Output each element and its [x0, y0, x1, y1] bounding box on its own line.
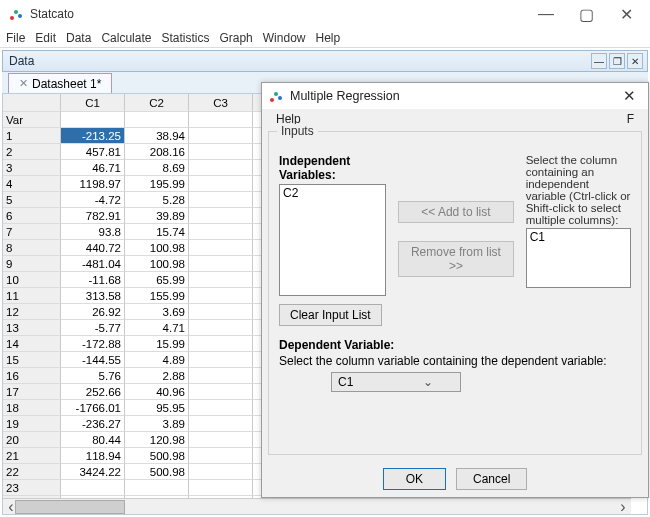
cell[interactable]: -213.25	[61, 128, 125, 144]
tab-close-icon[interactable]: ✕	[19, 77, 28, 90]
row-header[interactable]: 15	[3, 352, 61, 368]
cell[interactable]	[189, 304, 253, 320]
cell[interactable]	[189, 464, 253, 480]
cell[interactable]: -144.55	[61, 352, 125, 368]
cell[interactable]	[189, 288, 253, 304]
cell[interactable]: 120.98	[125, 432, 189, 448]
column-header[interactable]: C3	[189, 94, 253, 112]
column-header[interactable]: C1	[61, 94, 125, 112]
cell[interactable]: 2.88	[125, 368, 189, 384]
row-header[interactable]: 19	[3, 416, 61, 432]
cell[interactable]: 155.99	[125, 288, 189, 304]
cell[interactable]: 4.89	[125, 352, 189, 368]
ok-button[interactable]: OK	[383, 468, 446, 490]
cell[interactable]	[189, 160, 253, 176]
window-close-button[interactable]: ✕	[606, 1, 646, 27]
cell[interactable]: 15.99	[125, 336, 189, 352]
cell[interactable]: -5.77	[61, 320, 125, 336]
cell[interactable]	[189, 384, 253, 400]
row-header[interactable]: 16	[3, 368, 61, 384]
cell[interactable]: 8.69	[125, 160, 189, 176]
data-panel-close-button[interactable]: ✕	[627, 53, 643, 69]
cell[interactable]	[125, 480, 189, 496]
cell[interactable]: -481.04	[61, 256, 125, 272]
available-columns-listbox[interactable]: C1	[526, 228, 631, 288]
cell[interactable]: 4.71	[125, 320, 189, 336]
cell[interactable]: 208.16	[125, 144, 189, 160]
cell[interactable]: 40.96	[125, 384, 189, 400]
clear-input-list-button[interactable]: Clear Input List	[279, 304, 382, 326]
cell[interactable]	[189, 416, 253, 432]
data-panel-minimize-button[interactable]: —	[591, 53, 607, 69]
cell[interactable]: 252.66	[61, 384, 125, 400]
menu-edit[interactable]: Edit	[35, 31, 56, 45]
cell[interactable]	[189, 224, 253, 240]
var-cell[interactable]	[125, 112, 189, 128]
cell[interactable]	[189, 144, 253, 160]
remove-from-list-button[interactable]: Remove from list >>	[398, 241, 514, 277]
row-header[interactable]: 8	[3, 240, 61, 256]
row-header[interactable]: 1	[3, 128, 61, 144]
row-header[interactable]: 21	[3, 448, 61, 464]
scroll-thumb[interactable]	[15, 500, 125, 514]
row-header[interactable]: 17	[3, 384, 61, 400]
cancel-button[interactable]: Cancel	[456, 468, 527, 490]
var-cell[interactable]	[189, 112, 253, 128]
cell[interactable]: 3.89	[125, 416, 189, 432]
cell[interactable]: 80.44	[61, 432, 125, 448]
cell[interactable]: 195.99	[125, 176, 189, 192]
cell[interactable]: 500.98	[125, 464, 189, 480]
cell[interactable]: 39.89	[125, 208, 189, 224]
cell[interactable]: 440.72	[61, 240, 125, 256]
cell[interactable]	[189, 256, 253, 272]
cell[interactable]	[189, 272, 253, 288]
cell[interactable]: 38.94	[125, 128, 189, 144]
row-header[interactable]: 14	[3, 336, 61, 352]
window-minimize-button[interactable]: —	[526, 1, 566, 27]
row-header[interactable]: 9	[3, 256, 61, 272]
menu-help[interactable]: Help	[315, 31, 340, 45]
cell[interactable]: 3424.22	[61, 464, 125, 480]
cell[interactable]	[189, 192, 253, 208]
cell[interactable]	[189, 432, 253, 448]
cell[interactable]: -4.72	[61, 192, 125, 208]
cell[interactable]: -172.88	[61, 336, 125, 352]
add-to-list-button[interactable]: << Add to list	[398, 201, 514, 223]
cell[interactable]: 95.95	[125, 400, 189, 416]
cell[interactable]: 782.91	[61, 208, 125, 224]
row-header[interactable]: 3	[3, 160, 61, 176]
cell[interactable]	[189, 176, 253, 192]
horizontal-scrollbar[interactable]: ‹ ›	[3, 498, 631, 514]
cell[interactable]	[189, 208, 253, 224]
data-panel-maximize-button[interactable]: ❐	[609, 53, 625, 69]
cell[interactable]: 118.94	[61, 448, 125, 464]
row-header[interactable]: 4	[3, 176, 61, 192]
menu-window[interactable]: Window	[263, 31, 306, 45]
row-header[interactable]: 5	[3, 192, 61, 208]
cell[interactable]: 313.58	[61, 288, 125, 304]
row-header[interactable]: 2	[3, 144, 61, 160]
row-header[interactable]: 6	[3, 208, 61, 224]
cell[interactable]: 100.98	[125, 256, 189, 272]
cell[interactable]: 65.99	[125, 272, 189, 288]
row-header[interactable]: 7	[3, 224, 61, 240]
menu-statistics[interactable]: Statistics	[161, 31, 209, 45]
cell[interactable]: 1198.97	[61, 176, 125, 192]
menu-graph[interactable]: Graph	[219, 31, 252, 45]
cell[interactable]	[189, 448, 253, 464]
menu-file[interactable]: File	[6, 31, 25, 45]
row-header[interactable]: 13	[3, 320, 61, 336]
cell[interactable]: 3.69	[125, 304, 189, 320]
cell[interactable]: 5.28	[125, 192, 189, 208]
var-cell[interactable]	[61, 112, 125, 128]
independent-variables-listbox[interactable]: C2	[279, 184, 386, 296]
cell[interactable]: -1766.01	[61, 400, 125, 416]
cell[interactable]	[189, 368, 253, 384]
cell[interactable]: 500.98	[125, 448, 189, 464]
window-maximize-button[interactable]: ▢	[566, 1, 606, 27]
cell[interactable]: 93.8	[61, 224, 125, 240]
row-header[interactable]: 23	[3, 480, 61, 496]
cell[interactable]: 26.92	[61, 304, 125, 320]
cell[interactable]	[61, 480, 125, 496]
row-header[interactable]: 12	[3, 304, 61, 320]
